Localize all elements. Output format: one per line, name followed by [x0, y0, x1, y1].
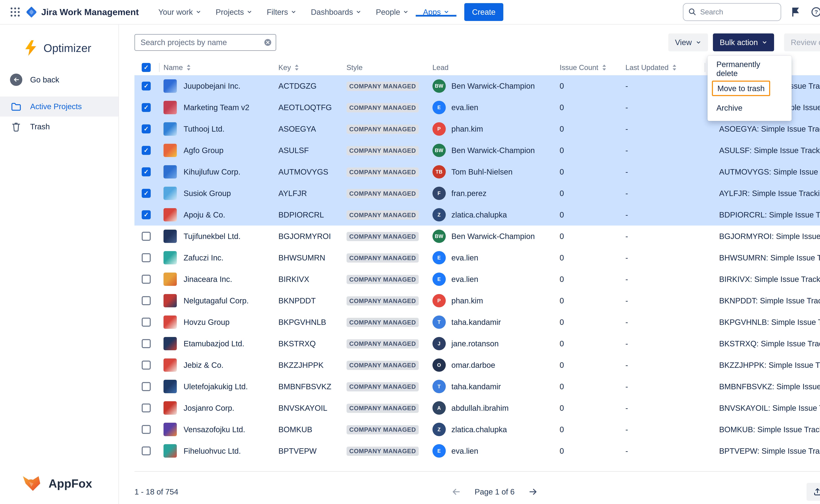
- menu-item-archive[interactable]: Archive: [708, 98, 792, 118]
- row-description: BIRKIVX: Simple Issue Tracking Iss...: [705, 275, 820, 284]
- row-checkbox[interactable]: [142, 167, 150, 176]
- project-search[interactable]: [134, 34, 276, 51]
- search-icon: [688, 8, 696, 18]
- table-row[interactable]: Etamubazjod Ltd. BKSTRXQ COMPANY MANAGED…: [134, 333, 820, 354]
- clear-search-icon[interactable]: [264, 39, 272, 46]
- project-name: Etamubazjod Ltd.: [183, 339, 244, 348]
- project-name: Agfo Group: [183, 146, 223, 155]
- last-updated: -: [621, 382, 705, 391]
- column-header-issue-count[interactable]: Issue Count: [555, 60, 621, 75]
- issue-count: 0: [555, 81, 621, 90]
- row-checkbox[interactable]: [142, 382, 150, 391]
- nav-item-your-work[interactable]: Your work: [151, 8, 208, 17]
- previous-page-icon[interactable]: [451, 488, 461, 496]
- issue-count: 0: [555, 296, 621, 305]
- project-key: BKNPDDT: [274, 296, 342, 305]
- help-icon[interactable]: ?: [810, 6, 820, 18]
- row-checkbox[interactable]: [142, 425, 150, 434]
- table-row[interactable]: Susiok Group AYLFJR COMPANY MANAGED F fr…: [134, 183, 820, 204]
- global-search[interactable]: [683, 3, 781, 21]
- row-checkbox[interactable]: [142, 296, 150, 305]
- row-checkbox[interactable]: [142, 124, 150, 133]
- nav-item-filters[interactable]: Filters: [259, 8, 303, 17]
- row-checkbox[interactable]: [142, 253, 150, 262]
- global-search-input[interactable]: [683, 3, 781, 21]
- lead-avatar: E: [433, 273, 446, 286]
- lead-avatar: BW: [433, 144, 446, 157]
- table-row[interactable]: Josjanro Corp. BNVSKAYOIL COMPANY MANAGE…: [134, 397, 820, 419]
- table-row[interactable]: Uletefojakukig Ltd. BMBNFBSVKZ COMPANY M…: [134, 376, 820, 397]
- project-key: ASULSF: [274, 146, 342, 155]
- table-row[interactable]: Vensazofojku Ltd. BOMKUB COMPANY MANAGED…: [134, 419, 820, 440]
- select-all-checkbox[interactable]: [142, 63, 150, 72]
- project-icon: [163, 208, 177, 222]
- table-row[interactable]: Jinaceara Inc. BIRKIVX COMPANY MANAGED E…: [134, 268, 820, 290]
- jira-logo-icon: [26, 6, 37, 18]
- column-header-last-updated[interactable]: Last Updated: [621, 60, 705, 75]
- issue-count: 0: [555, 382, 621, 391]
- row-description: BKNPDDT: Simple Issue Tracking I...: [705, 296, 820, 305]
- row-checkbox[interactable]: [142, 446, 150, 455]
- table-row[interactable]: Jebiz & Co. BKZZJHPPK COMPANY MANAGED O …: [134, 354, 820, 376]
- row-checkbox[interactable]: [142, 275, 150, 284]
- row-checkbox[interactable]: [142, 404, 150, 412]
- nav-item-people[interactable]: People: [368, 8, 416, 17]
- row-checkbox[interactable]: [142, 318, 150, 326]
- app-switcher-icon[interactable]: [7, 0, 23, 24]
- last-updated: -: [621, 361, 705, 370]
- style-badge: COMPANY MANAGED: [346, 82, 419, 91]
- project-search-input[interactable]: [134, 34, 276, 51]
- project-icon: [163, 144, 177, 157]
- lead-avatar: E: [433, 101, 446, 114]
- row-checkbox[interactable]: [142, 146, 150, 155]
- nav-item-dashboards[interactable]: Dashboards: [303, 8, 368, 17]
- last-updated: -: [621, 232, 705, 241]
- table-row[interactable]: Hovzu Group BKPGVHNLB COMPANY MANAGED T …: [134, 311, 820, 333]
- last-updated: -: [621, 339, 705, 348]
- row-description: BKPGVHNLB: Simple Issue Tracki...: [705, 318, 820, 327]
- table-row[interactable]: Tuthooj Ltd. ASOEGYA COMPANY MANAGED P p…: [134, 118, 820, 140]
- bulk-action-button[interactable]: Bulk action: [713, 33, 774, 51]
- column-header-name[interactable]: Name: [159, 60, 274, 75]
- table-row[interactable]: Agfo Group ASULSF COMPANY MANAGED BW Ben…: [134, 140, 820, 161]
- menu-item-move-to-trash[interactable]: Move to trash: [708, 79, 792, 98]
- project-key: BHWSUMRN: [274, 253, 342, 262]
- row-checkbox[interactable]: [142, 361, 150, 369]
- notifications-icon[interactable]: [790, 6, 802, 18]
- lead-name: eva.lien: [451, 103, 478, 112]
- row-checkbox[interactable]: [142, 103, 150, 112]
- last-updated: -: [621, 146, 705, 155]
- row-checkbox[interactable]: [142, 210, 150, 219]
- next-page-icon[interactable]: [528, 488, 538, 496]
- table-row[interactable]: Kihujlufuw Corp. AUTMOVYGS COMPANY MANAG…: [134, 161, 820, 183]
- menu-item-permanently-delete[interactable]: Permanently delete: [708, 59, 792, 79]
- table-row[interactable]: Fiheluohvuc Ltd. BPTVEPW COMPANY MANAGED…: [134, 440, 820, 462]
- view-button[interactable]: View: [668, 33, 708, 51]
- create-button[interactable]: Create: [464, 3, 503, 21]
- nav-item-apps[interactable]: Apps: [416, 8, 457, 17]
- sort-icon: [672, 64, 677, 71]
- row-checkbox[interactable]: [142, 82, 150, 90]
- sidebar-item-trash[interactable]: Trash: [0, 117, 118, 137]
- project-key: BKZZJHPPK: [274, 361, 342, 370]
- jira-brand[interactable]: Jira Work Management: [26, 6, 139, 18]
- table-row[interactable]: Zafuczi Inc. BHWSUMRN COMPANY MANAGED E …: [134, 247, 820, 268]
- lead-name: taha.kandamir: [451, 382, 501, 391]
- row-checkbox[interactable]: [142, 232, 150, 241]
- table-row[interactable]: Nelgutagaful Corp. BKNPDDT COMPANY MANAG…: [134, 290, 820, 311]
- row-checkbox[interactable]: [142, 189, 150, 198]
- go-back-button[interactable]: Go back: [0, 70, 118, 90]
- table-row[interactable]: Apoju & Co. BDPIORCRL COMPANY MANAGED Z …: [134, 204, 820, 226]
- style-badge: COMPANY MANAGED: [346, 318, 419, 327]
- export-button[interactable]: Export: [807, 483, 820, 501]
- lead-avatar: Z: [433, 208, 446, 222]
- column-header-key[interactable]: Key: [274, 60, 342, 75]
- sidebar-item-active-projects[interactable]: Active Projects: [0, 97, 118, 117]
- nav-item-projects[interactable]: Projects: [208, 8, 259, 17]
- lead-avatar: Z: [433, 423, 446, 436]
- footer-divider: [134, 471, 820, 472]
- row-checkbox[interactable]: [142, 339, 150, 348]
- issue-count: 0: [555, 103, 621, 112]
- style-badge: COMPANY MANAGED: [346, 103, 419, 112]
- table-row[interactable]: Tujifunekbel Ltd. BGJORMYROI COMPANY MAN…: [134, 226, 820, 247]
